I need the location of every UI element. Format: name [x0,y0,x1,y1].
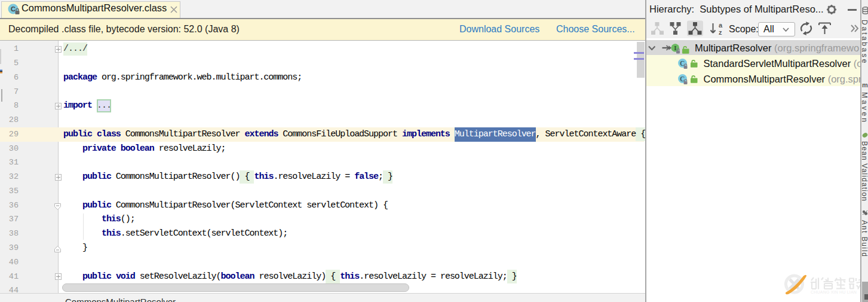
svg-text:C: C [11,5,16,13]
svg-text:I: I [674,44,676,51]
svg-text:C: C [680,60,685,67]
svg-text:z: z [719,29,722,36]
svg-text:C: C [680,75,685,83]
svg-text:a: a [719,22,723,29]
svg-text:m: m [862,81,868,89]
